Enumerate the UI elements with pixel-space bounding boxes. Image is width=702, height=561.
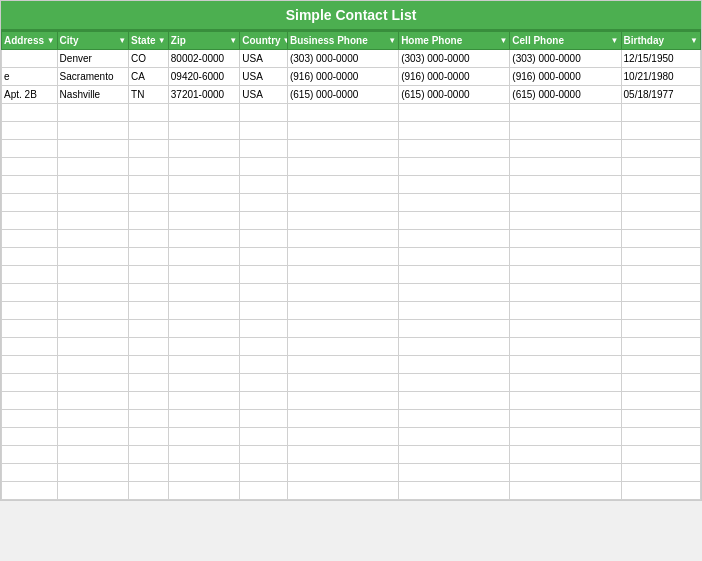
empty-cell (168, 428, 239, 446)
empty-row (2, 176, 701, 194)
col-header-address[interactable]: Address ▼ (2, 32, 58, 50)
dropdown-arrow-zip[interactable]: ▼ (229, 36, 237, 45)
cell-home_phone[interactable]: (916) 000-0000 (399, 68, 510, 86)
cell-birthday[interactable]: 05/18/1977 (621, 86, 700, 104)
empty-cell (240, 140, 288, 158)
col-header-home-phone[interactable]: Home Phone ▼ (399, 32, 510, 50)
empty-cell (287, 122, 398, 140)
cell-zip[interactable]: 80002-0000 (168, 50, 239, 68)
empty-cell (510, 320, 621, 338)
empty-cell (621, 302, 700, 320)
cell-business_phone[interactable]: (615) 000-0000 (287, 86, 398, 104)
empty-row (2, 392, 701, 410)
cell-home_phone[interactable]: (303) 000-0000 (399, 50, 510, 68)
dropdown-arrow-address[interactable]: ▼ (47, 36, 55, 45)
cell-business_phone[interactable]: (916) 000-0000 (287, 68, 398, 86)
cell-city[interactable]: Nashville (57, 86, 128, 104)
empty-cell (2, 248, 58, 266)
dropdown-arrow-cell-phone[interactable]: ▼ (611, 36, 619, 45)
col-label-home-phone: Home Phone (401, 35, 462, 46)
col-header-cell-phone[interactable]: Cell Phone ▼ (510, 32, 621, 50)
col-header-state[interactable]: State ▼ (129, 32, 169, 50)
table-row[interactable]: eSacramentoCA09420-6000USA(916) 000-0000… (2, 68, 701, 86)
empty-cell (57, 158, 128, 176)
empty-cell (57, 140, 128, 158)
cell-address[interactable]: e (2, 68, 58, 86)
empty-cell (2, 302, 58, 320)
cell-state[interactable]: CO (129, 50, 169, 68)
empty-cell (57, 464, 128, 482)
cell-business_phone[interactable]: (303) 000-0000 (287, 50, 398, 68)
empty-cell (621, 374, 700, 392)
empty-cell (510, 158, 621, 176)
empty-cell (168, 230, 239, 248)
cell-address[interactable] (2, 50, 58, 68)
col-header-country[interactable]: Country ▼ (240, 32, 288, 50)
cell-city[interactable]: Sacramento (57, 68, 128, 86)
empty-cell (168, 464, 239, 482)
col-header-business-phone[interactable]: Business Phone ▼ (287, 32, 398, 50)
empty-cell (510, 410, 621, 428)
dropdown-arrow-home-phone[interactable]: ▼ (499, 36, 507, 45)
empty-cell (2, 284, 58, 302)
dropdown-arrow-city[interactable]: ▼ (118, 36, 126, 45)
empty-cell (57, 248, 128, 266)
empty-row (2, 104, 701, 122)
cell-home_phone[interactable]: (615) 000-0000 (399, 86, 510, 104)
dropdown-arrow-business-phone[interactable]: ▼ (388, 36, 396, 45)
empty-cell (240, 194, 288, 212)
empty-cell (287, 158, 398, 176)
cell-birthday[interactable]: 10/21/1980 (621, 68, 700, 86)
empty-row (2, 374, 701, 392)
empty-cell (510, 122, 621, 140)
empty-row (2, 482, 701, 500)
table-body: DenverCO80002-0000USA(303) 000-0000(303)… (2, 50, 701, 500)
table-row[interactable]: DenverCO80002-0000USA(303) 000-0000(303)… (2, 50, 701, 68)
cell-cell_phone[interactable]: (615) 000-0000 (510, 86, 621, 104)
empty-cell (621, 482, 700, 500)
cell-country[interactable]: USA (240, 68, 288, 86)
cell-birthday[interactable]: 12/15/1950 (621, 50, 700, 68)
empty-cell (57, 374, 128, 392)
col-header-birthday[interactable]: Birthday ▼ (621, 32, 700, 50)
empty-row (2, 410, 701, 428)
empty-cell (287, 392, 398, 410)
empty-cell (2, 356, 58, 374)
empty-cell (399, 302, 510, 320)
cell-cell_phone[interactable]: (916) 000-0000 (510, 68, 621, 86)
dropdown-arrow-state[interactable]: ▼ (158, 36, 166, 45)
empty-cell (129, 158, 169, 176)
empty-cell (57, 122, 128, 140)
cell-state[interactable]: TN (129, 86, 169, 104)
empty-cell (129, 482, 169, 500)
empty-cell (129, 266, 169, 284)
empty-cell (621, 356, 700, 374)
cell-state[interactable]: CA (129, 68, 169, 86)
empty-cell (2, 320, 58, 338)
table-row[interactable]: Apt. 2BNashvilleTN37201-0000USA(615) 000… (2, 86, 701, 104)
empty-cell (510, 338, 621, 356)
empty-cell (129, 140, 169, 158)
dropdown-arrow-country[interactable]: ▼ (283, 36, 288, 45)
cell-cell_phone[interactable]: (303) 000-0000 (510, 50, 621, 68)
cell-country[interactable]: USA (240, 86, 288, 104)
empty-cell (621, 230, 700, 248)
cell-zip[interactable]: 09420-6000 (168, 68, 239, 86)
empty-cell (129, 428, 169, 446)
empty-cell (129, 464, 169, 482)
col-header-zip[interactable]: Zip ▼ (168, 32, 239, 50)
empty-cell (399, 410, 510, 428)
cell-city[interactable]: Denver (57, 50, 128, 68)
dropdown-arrow-birthday[interactable]: ▼ (690, 36, 698, 45)
empty-cell (129, 356, 169, 374)
col-header-city[interactable]: City ▼ (57, 32, 128, 50)
empty-cell (240, 122, 288, 140)
cell-zip[interactable]: 37201-0000 (168, 86, 239, 104)
empty-cell (57, 284, 128, 302)
empty-cell (287, 284, 398, 302)
empty-cell (2, 410, 58, 428)
cell-country[interactable]: USA (240, 50, 288, 68)
cell-address[interactable]: Apt. 2B (2, 86, 58, 104)
empty-cell (621, 284, 700, 302)
empty-cell (240, 176, 288, 194)
